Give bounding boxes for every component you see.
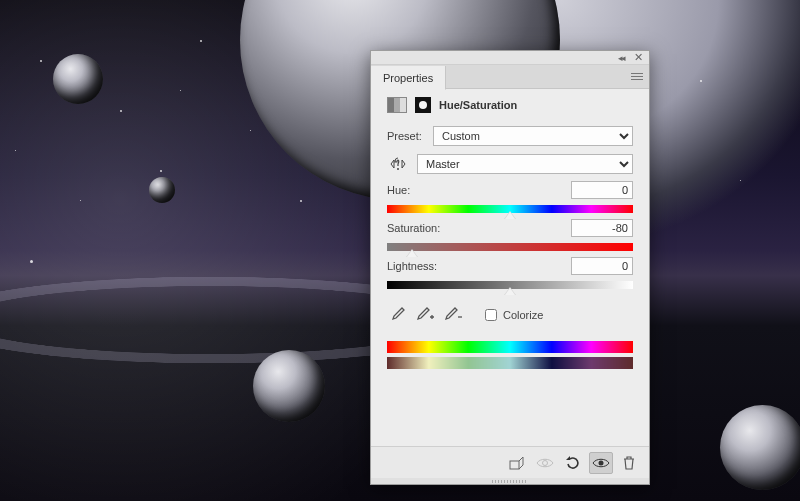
- lightness-slider-track[interactable]: [387, 281, 633, 289]
- saturation-label: Saturation:: [387, 222, 440, 234]
- tab-properties[interactable]: Properties: [371, 66, 446, 90]
- channel-select[interactable]: Master: [417, 154, 633, 174]
- channel-row: Master: [387, 153, 633, 175]
- spectrum-after: [387, 357, 633, 369]
- spectrum-strips: [387, 341, 633, 369]
- preset-row: Preset: Custom: [387, 125, 633, 147]
- spectrum-before: [387, 341, 633, 353]
- hue-slider-track[interactable]: [387, 205, 633, 213]
- toggle-visibility-icon[interactable]: [589, 452, 613, 474]
- panel-topstrip: ◂◂ ✕: [371, 51, 649, 65]
- view-previous-state-icon[interactable]: [533, 452, 557, 474]
- hue-slider-thumb[interactable]: [504, 211, 516, 221]
- saturation-value-input[interactable]: [571, 219, 633, 237]
- eyedropper-icon[interactable]: [387, 305, 407, 325]
- colorize-control: Colorize: [485, 309, 543, 321]
- close-icon[interactable]: ✕: [634, 51, 643, 64]
- svg-point-3: [599, 460, 604, 465]
- collapse-icon[interactable]: ◂◂: [618, 53, 624, 63]
- layer-mask-icon[interactable]: [415, 97, 431, 113]
- panel-menu-icon[interactable]: [625, 65, 649, 89]
- colorize-label: Colorize: [503, 309, 543, 321]
- svg-point-0: [397, 168, 399, 170]
- hue-label: Hue:: [387, 184, 410, 196]
- panel-body: Hue/Saturation Preset: Custom Master: [371, 89, 649, 446]
- lightness-slider-block: Lightness:: [387, 257, 633, 289]
- tab-label: Properties: [383, 72, 433, 84]
- properties-panel: ◂◂ ✕ Properties Hue/Saturation Preset: C…: [370, 50, 650, 485]
- panel-footer: [371, 446, 649, 478]
- svg-point-2: [543, 460, 548, 465]
- eyedropper-minus-icon[interactable]: [443, 305, 463, 325]
- panel-tabs: Properties: [371, 65, 649, 89]
- preset-select[interactable]: Custom: [433, 126, 633, 146]
- reset-icon[interactable]: [561, 452, 585, 474]
- hue-value-input[interactable]: [571, 181, 633, 199]
- hue-slider-block: Hue:: [387, 181, 633, 213]
- saturation-slider-block: Saturation:: [387, 219, 633, 251]
- adjustment-header: Hue/Saturation: [387, 97, 633, 113]
- clip-to-layer-icon[interactable]: [505, 452, 529, 474]
- eyedropper-row: Colorize: [387, 305, 633, 325]
- preset-label: Preset:: [387, 130, 425, 142]
- lightness-slider-thumb[interactable]: [504, 287, 516, 297]
- adjustment-title: Hue/Saturation: [439, 99, 517, 111]
- svg-rect-1: [510, 461, 519, 469]
- colorize-checkbox[interactable]: [485, 309, 497, 321]
- eyedropper-plus-icon[interactable]: [415, 305, 435, 325]
- lightness-value-input[interactable]: [571, 257, 633, 275]
- saturation-slider-track[interactable]: [387, 243, 633, 251]
- lightness-label: Lightness:: [387, 260, 437, 272]
- adjustment-icon[interactable]: [387, 97, 407, 113]
- delete-icon[interactable]: [617, 452, 641, 474]
- panel-resize-grip[interactable]: [371, 478, 649, 484]
- targeted-adjustment-icon[interactable]: [387, 155, 409, 173]
- saturation-slider-thumb[interactable]: [406, 249, 418, 259]
